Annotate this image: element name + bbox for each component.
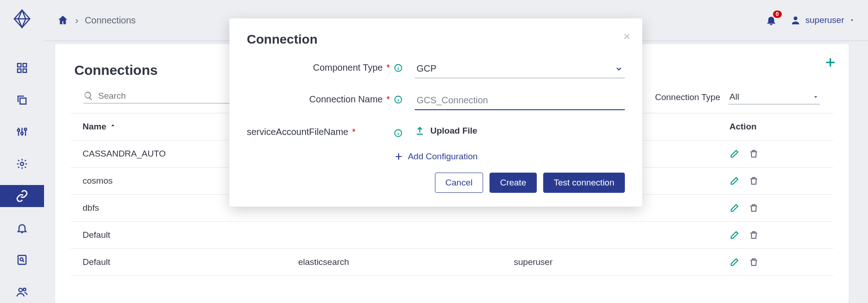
- connection-name-input[interactable]: [415, 92, 625, 110]
- component-type-select[interactable]: GCP: [415, 61, 625, 79]
- label-service-account-file: serviceAccountFileName: [247, 127, 348, 137]
- info-icon[interactable]: [394, 126, 403, 138]
- required-asterisk: *: [386, 62, 390, 73]
- info-icon[interactable]: [394, 95, 403, 104]
- dialog-title: Connection: [247, 32, 625, 47]
- plus-icon: [394, 152, 403, 161]
- close-dialog-button[interactable]: ×: [623, 30, 630, 42]
- upload-file-button[interactable]: Upload File: [415, 124, 625, 136]
- test-connection-button[interactable]: Test connection: [543, 173, 625, 193]
- info-icon[interactable]: [394, 63, 403, 73]
- chevron-down-icon: [615, 65, 623, 73]
- connection-dialog: Connection × Component Type * GCP Connec…: [229, 18, 642, 207]
- label-component-type: Component Type: [313, 62, 383, 73]
- upload-file-label: Upload File: [430, 126, 477, 136]
- cancel-button[interactable]: Cancel: [435, 173, 483, 193]
- required-asterisk: *: [386, 94, 390, 105]
- upload-icon: [415, 126, 425, 136]
- component-type-value: GCP: [417, 63, 436, 74]
- label-connection-name: Connection Name: [309, 94, 383, 105]
- required-asterisk: *: [352, 127, 356, 137]
- add-configuration-label: Add Configuration: [408, 152, 478, 162]
- add-configuration-button[interactable]: Add Configuration: [247, 152, 625, 162]
- create-button[interactable]: Create: [490, 173, 537, 193]
